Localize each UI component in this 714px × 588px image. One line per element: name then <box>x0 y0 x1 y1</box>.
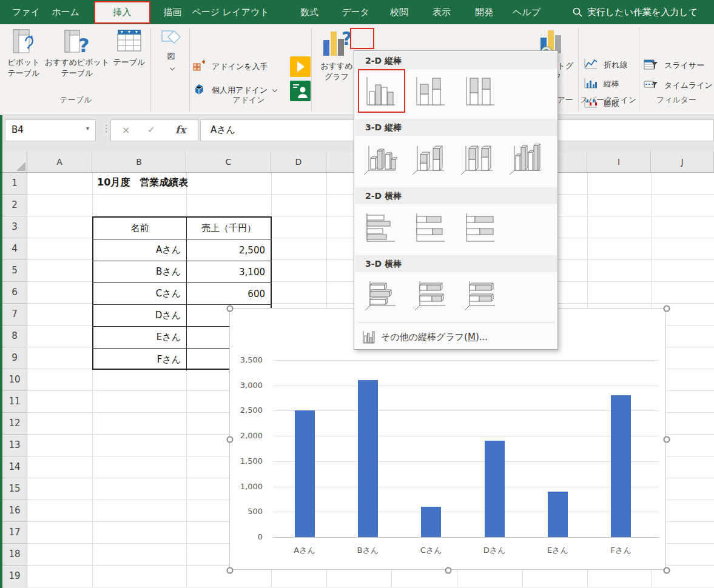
chart-bar[interactable] <box>358 380 378 537</box>
chart-bar[interactable] <box>548 492 568 537</box>
menu-thumb-100-stacked-column[interactable] <box>460 72 500 112</box>
row-header-16[interactable]: 16 <box>2 500 27 522</box>
menu-thumb-100-stacked-bar[interactable] <box>460 208 500 248</box>
chart-selection-handle[interactable] <box>227 436 234 443</box>
get-addins-button[interactable]: アドインを入手 <box>193 59 268 72</box>
name-box-dropdown-icon[interactable]: ▾ <box>86 125 89 132</box>
cell-name[interactable]: Fさん <box>93 349 187 370</box>
ribbon-tab-5[interactable]: 数式 <box>290 1 329 24</box>
cell-value[interactable]: 600 <box>187 283 271 304</box>
timeline-label: タイムライン <box>664 81 713 90</box>
group-divider <box>311 28 312 112</box>
row-header-15[interactable]: 15 <box>2 478 27 500</box>
chart-selection-handle[interactable] <box>227 306 234 312</box>
cell-name[interactable]: Cさん <box>93 283 187 304</box>
ribbon-tab-6[interactable]: データ <box>336 1 375 24</box>
column-header-B[interactable]: B <box>92 152 186 173</box>
menu-thumb-3d-clustered-column[interactable] <box>360 139 400 179</box>
column-header-A[interactable]: A <box>27 152 92 173</box>
column-header-D[interactable]: D <box>271 152 326 173</box>
tell-me-search[interactable]: 実行したい作業を入力して <box>573 0 698 24</box>
bing-icon <box>290 56 311 77</box>
sparkline-column-button[interactable]: 縦棒 <box>584 78 619 90</box>
ribbon-tab-7[interactable]: 校閲 <box>381 1 417 24</box>
row-header-5[interactable]: 5 <box>2 260 27 282</box>
row-header-7[interactable]: 7 <box>2 304 27 326</box>
menu-thumb-clustered-column[interactable] <box>360 72 400 112</box>
menu-thumb-3d-100-stacked-column[interactable] <box>457 139 497 179</box>
name-box[interactable]: B4 ▾ <box>5 119 96 141</box>
slicer-button[interactable]: スライサー <box>644 58 704 71</box>
cell-value[interactable]: 2,500 <box>187 239 271 261</box>
row-header-18[interactable]: 18 <box>2 544 27 566</box>
menu-thumb-stacked-column[interactable] <box>410 72 450 112</box>
header-name[interactable]: 名前 <box>93 218 187 239</box>
chart-bar[interactable] <box>485 441 505 537</box>
ribbon-tab-0[interactable]: ファイル <box>8 1 44 24</box>
row-header-14[interactable]: 14 <box>2 456 27 478</box>
pivot-table-button[interactable]: ピボットテーブル <box>4 28 44 79</box>
row-header-19[interactable]: 19 <box>2 566 27 587</box>
personal-addins-button[interactable]: 個人用アドイン <box>193 83 277 96</box>
column-header-J[interactable]: J <box>651 152 714 173</box>
sparkline-line-button[interactable]: 折れ線 <box>584 58 627 70</box>
ribbon-tab-1[interactable]: ホーム <box>49 1 83 24</box>
row-header-9[interactable]: 9 <box>2 347 27 369</box>
chart-selection-handle[interactable] <box>227 567 234 574</box>
name-box-splitter[interactable]: ⋮ <box>102 123 111 134</box>
row-header-12[interactable]: 12 <box>2 413 27 435</box>
row-header-17[interactable]: 17 <box>2 522 27 544</box>
cell-value[interactable]: 3,100 <box>187 261 271 282</box>
column-header-C[interactable]: C <box>186 152 271 173</box>
row-header-6[interactable]: 6 <box>2 282 27 304</box>
chart-selection-handle[interactable] <box>664 567 670 574</box>
menu-thumb-3d-stacked-column[interactable] <box>409 139 449 179</box>
chart-selection-handle[interactable] <box>445 567 452 574</box>
x-axis-category-label: Bさん <box>336 545 399 556</box>
ribbon-tab-9[interactable]: 開発 <box>466 1 502 24</box>
menu-thumb-3d-column[interactable] <box>506 139 546 179</box>
more-column-charts-item[interactable]: その他の縦棒グラフ(M)... <box>355 326 558 349</box>
timeline-button[interactable]: タイムライン <box>644 78 713 91</box>
select-all-corner[interactable] <box>2 152 27 173</box>
ribbon-tab-3[interactable]: 描画 <box>155 1 189 24</box>
recommended-pivot-button[interactable]: ? おすすめピボットテーブル <box>44 28 110 79</box>
chart-selection-handle[interactable] <box>664 306 670 312</box>
row-header-2[interactable]: 2 <box>2 195 27 216</box>
insert-function-icon[interactable]: fx <box>175 124 186 136</box>
cell-name[interactable]: Bさん <box>93 261 187 282</box>
row-header-10[interactable]: 10 <box>2 369 27 391</box>
chart-bar[interactable] <box>611 395 631 537</box>
cell-name[interactable]: Dさん <box>93 305 187 326</box>
cell-name[interactable]: Eさん <box>93 327 187 348</box>
chart-selection-handle[interactable] <box>664 436 670 443</box>
ribbon-tab-bar: ファイルホーム挿入描画ページ レイアウト数式データ校閲表示開発ヘルプ 実行したい… <box>0 0 714 24</box>
ribbon-tab-2[interactable]: 挿入 <box>94 1 150 24</box>
table-button[interactable]: テーブル <box>110 28 148 68</box>
cell-name[interactable]: Aさん <box>93 239 187 261</box>
ribbon-tab-4[interactable]: ページ レイアウト <box>192 1 269 24</box>
chart-bar[interactable] <box>295 410 315 537</box>
sparkline-line-icon <box>584 58 598 70</box>
row-header-11[interactable]: 11 <box>2 391 27 413</box>
menu-thumb-3d-stacked-bar[interactable] <box>410 276 450 316</box>
row-header-3[interactable]: 3 <box>2 216 27 238</box>
enter-icon[interactable]: ✓ <box>147 124 155 135</box>
row-header-4[interactable]: 4 <box>2 238 27 260</box>
menu-thumb-3d-100-stacked-bar[interactable] <box>460 276 500 316</box>
menu-thumb-clustered-bar[interactable] <box>360 208 400 248</box>
bing-addin-tile[interactable] <box>290 56 311 79</box>
column-header-I[interactable]: I <box>587 152 651 173</box>
ribbon-tab-10[interactable]: ヘルプ <box>508 1 545 24</box>
menu-thumb-3d-clustered-bar[interactable] <box>360 276 400 316</box>
ribbon-tab-8[interactable]: 表示 <box>423 1 460 24</box>
menu-thumb-stacked-bar[interactable] <box>410 208 450 248</box>
header-sales[interactable]: 売上（千円） <box>187 218 271 239</box>
cancel-icon[interactable]: × <box>122 124 130 136</box>
row-header-8[interactable]: 8 <box>2 326 27 347</box>
cell-b1-title[interactable]: 10月度 営業成績表 <box>97 176 188 189</box>
chart-bar[interactable] <box>421 507 441 537</box>
row-header-1[interactable]: 1 <box>2 173 27 195</box>
row-header-13[interactable]: 13 <box>2 435 27 456</box>
illustrations-button[interactable]: 図 <box>154 28 188 74</box>
